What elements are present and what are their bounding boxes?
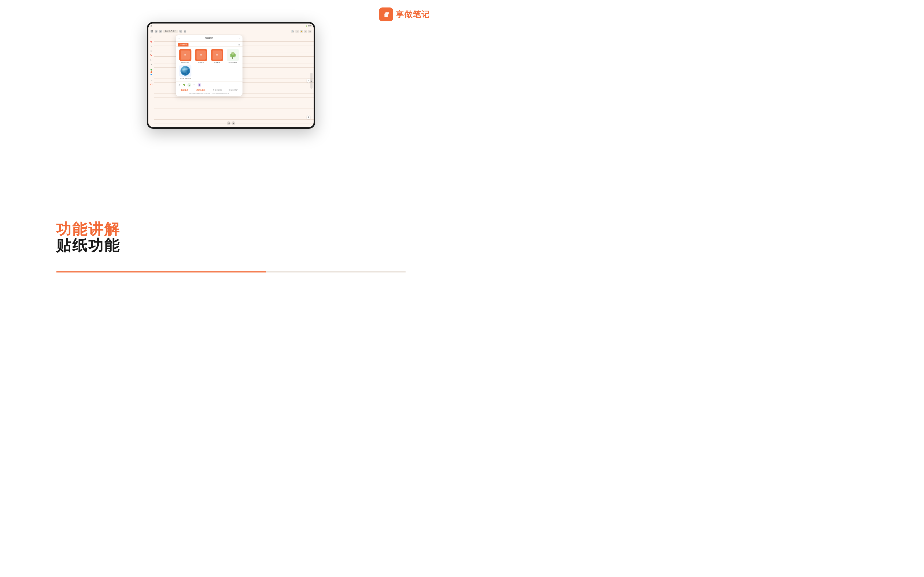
note-title[interactable]: 新建无界笔记: [163, 30, 178, 33]
share-icon[interactable]: ⬆: [296, 30, 299, 33]
color-dot-orange[interactable]: [150, 71, 152, 73]
panel-back-icon[interactable]: ←: [178, 37, 181, 40]
notebook-area: ← 所有贴纸 ⬆ 所有贴纸 ⊞: [154, 34, 313, 127]
sidebar-item-tools[interactable]: ✎: [149, 78, 153, 82]
sticker-item-default-template[interactable]: 默认规板: [210, 49, 225, 64]
sticker-label-default-template: 默认规板: [214, 62, 220, 64]
settings-icon[interactable]: ⚙: [308, 30, 312, 33]
sticker-thumb-globe: [179, 64, 191, 77]
handle-dot-2: [311, 81, 312, 82]
sticker-item-plant[interactable]: f2b106c90f07: [226, 49, 241, 64]
edit-icon[interactable]: ✎: [179, 30, 182, 32]
status-bar: 前 🔋 18:43: [149, 24, 313, 28]
panel-grid-icon[interactable]: ⊞: [238, 43, 241, 46]
footer-scissors-icon[interactable]: ✂: [192, 83, 196, 87]
time-display: 18:43: [308, 25, 312, 27]
btn-new-collection[interactable]: 新建集合: [177, 89, 192, 92]
sticker-label-default-combo: 默认组合: [198, 62, 204, 64]
brand-logo: 享做笔记: [379, 8, 430, 21]
headline-sub: 贴纸功能: [56, 237, 120, 254]
footer-circle-icon[interactable]: ●: [187, 83, 191, 87]
sticker-label-plant: f2b106c90f07: [229, 62, 237, 63]
footer-clock-icon[interactable]: ⏱: [177, 83, 181, 87]
line-19: [154, 101, 313, 105]
panel-title: 所有贴纸: [205, 37, 213, 40]
menu-icon[interactable]: ☰: [150, 30, 153, 32]
left-sidebar: □ 🔖 ✎ □ 🔖 ◯ ✎ ✎ 🏷: [149, 34, 154, 127]
sidebar-item-4[interactable]: □: [149, 49, 153, 53]
bottom-divider: [56, 271, 406, 272]
back-icon[interactable]: □: [155, 30, 157, 32]
line-18: [154, 97, 313, 101]
sidebar-item-2[interactable]: 🔖: [149, 40, 153, 44]
btn-import-image[interactable]: 从图片导入: [194, 89, 209, 92]
btn-add-to-note[interactable]: 添加到笔记: [226, 89, 241, 92]
panel-tab-actions: ⊞: [238, 43, 241, 47]
handle-dot-1: [311, 80, 312, 81]
tablet-screen: 前 🔋 18:43 ☰ □ ↩ 新建无界笔记 ✎ ⓘ 🔍 ⬆ 🔒: [149, 24, 313, 127]
sticker-label-globe: sticker_9fb14d5a: [180, 77, 191, 79]
panel-hint: 可处在所有收藏贴纸的图片到到这里，支持生成 stickers 贴纸文件 ★: [177, 92, 241, 95]
info-icon[interactable]: ⓘ: [184, 30, 186, 32]
sidebar-item-3[interactable]: ✎: [149, 44, 153, 48]
line-22: [154, 112, 313, 116]
brand-icon: [379, 8, 393, 21]
panel-download-icon[interactable]: ⬆: [238, 37, 241, 40]
sidebar-item-6[interactable]: ◯: [149, 58, 153, 62]
globe-visual: [181, 66, 190, 76]
panel-footer: ⏱ 🌿 ● ✂ ⬤ 新建集合 从图片导入 去使用贴纸 添加到笔记: [176, 81, 242, 96]
tablet-frame: 前 🔋 18:43 ☰ □ ↩ 新建无界笔记 ✎ ⓘ 🔍 ⬆ 🔒: [147, 22, 315, 129]
sidebar-item-1[interactable]: □: [149, 35, 153, 39]
btn-use-sticker[interactable]: 去使用贴纸: [210, 89, 225, 92]
sticker-item-default-combo[interactable]: 默认组合: [194, 49, 209, 64]
sticker-thumb-new-stickers: [179, 49, 191, 61]
color-dot-green[interactable]: [150, 69, 152, 71]
nav-right-arrow[interactable]: ▶: [231, 121, 235, 125]
sticker-label-new-stickers: new stickers: [181, 62, 189, 63]
nav-left-arrow[interactable]: ◀: [227, 121, 231, 125]
status-bar-left: 前: [150, 25, 152, 27]
sticker-panel: ← 所有贴纸 ⬆ 所有贴纸 ⊞: [176, 35, 242, 96]
footer-purple-icon[interactable]: ⬤: [197, 83, 201, 87]
right-scroll-handle: [310, 73, 313, 89]
sidebar-item-7[interactable]: ✎: [149, 63, 153, 66]
sticker-grid: new stickers: [176, 47, 242, 81]
brand-name: 享做笔记: [396, 9, 430, 20]
panel-action-buttons: 新建集合 从图片导入 去使用贴纸 添加到笔记: [177, 88, 241, 92]
tab-all-stickers[interactable]: 所有贴纸: [178, 43, 189, 47]
footer-plant-icon[interactable]: 🌿: [183, 83, 186, 87]
sticker-thumb-plant: [227, 49, 239, 61]
sticker-thumb-default-combo: [195, 49, 207, 61]
search-toolbar-icon[interactable]: 🔍: [291, 30, 294, 33]
app-body: □ 🔖 ✎ □ 🔖 ◯ ✎ ✎ 🏷: [149, 34, 313, 127]
sticker-item-new-stickers[interactable]: new stickers: [178, 49, 193, 64]
undo-icon[interactable]: ↩: [159, 30, 162, 32]
sidebar-item-sticker[interactable]: 🏷: [149, 82, 153, 86]
color-dot-blue[interactable]: [150, 74, 152, 75]
headline-section: 功能讲解 贴纸功能: [56, 221, 120, 254]
battery-icon: 🔋: [305, 25, 307, 27]
signal-icon: 前: [150, 25, 152, 27]
app-toolbar: ☰ □ ↩ 新建无界笔记 ✎ ⓘ 🔍 ⬆ 🔒 ⊙ ⚙: [149, 28, 313, 34]
panel-header-icons: ⬆: [238, 37, 241, 40]
panel-header: ← 所有贴纸 ⬆: [176, 35, 242, 42]
tablet-device: 前 🔋 18:43 ☰ □ ↩ 新建无界笔记 ✎ ⓘ 🔍 ⬆ 🔒: [147, 22, 315, 129]
line-21: [154, 108, 313, 112]
bottom-navigation: ◀ ▶: [227, 121, 235, 125]
sidebar-item-5[interactable]: 🔖: [149, 53, 153, 57]
floating-pen-icon[interactable]: ✎: [307, 79, 310, 82]
headline-main: 功能讲解: [56, 221, 120, 237]
status-bar-right: 🔋 18:43: [305, 25, 312, 27]
view-icon[interactable]: ⊙: [304, 30, 307, 33]
line-20: [154, 105, 313, 109]
floating-share-icon[interactable]: ⬆: [307, 115, 310, 119]
sticker-thumb-default-template: [211, 49, 223, 61]
lock-icon[interactable]: 🔒: [300, 30, 303, 33]
footer-icon-bar: ⏱ 🌿 ● ✂ ⬤: [177, 82, 241, 87]
toolbar-right-actions: 🔍 ⬆ 🔒 ⊙ ⚙: [291, 30, 312, 33]
sticker-item-globe[interactable]: sticker_9fb14d5a: [178, 64, 193, 79]
panel-tabs: 所有贴纸 ⊞: [176, 42, 242, 47]
line-23: [154, 116, 313, 120]
